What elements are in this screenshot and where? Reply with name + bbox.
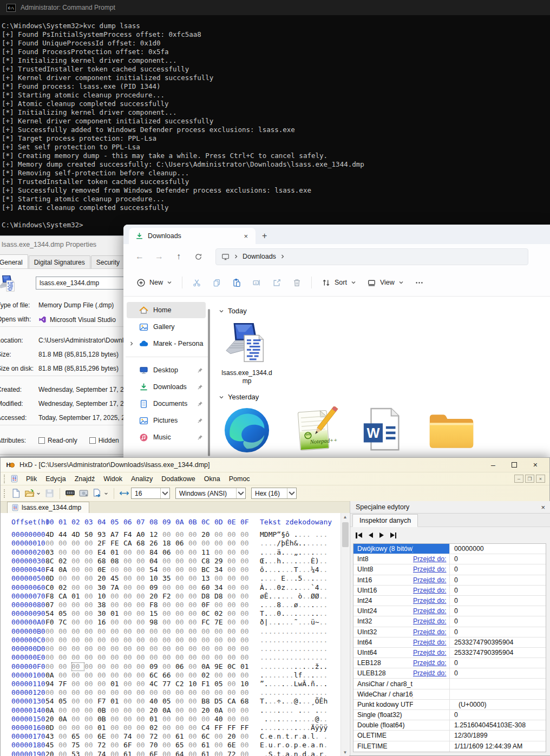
inspector-row-uint8[interactable]: UInt8Przejdź do:0 xyxy=(353,564,546,575)
mdi-restore-button[interactable]: ❐ xyxy=(525,475,534,483)
previous-byte-button[interactable] xyxy=(369,533,373,538)
hex-text[interactable]: .... E...5...... xyxy=(260,574,328,583)
hex-bytes[interactable]: 0A000000000000006C66000002000000 xyxy=(45,671,253,680)
up-button[interactable]: ↑ xyxy=(169,248,188,265)
hex-bytes[interactable]: 0700000038000000F80000000F000000 xyxy=(45,601,253,609)
inspector-row-uint64[interactable]: UInt64Przejdź do:2533274790395904 xyxy=(353,648,546,658)
ram-icon[interactable] xyxy=(65,488,75,498)
group-header-yesterday[interactable]: Yesterday xyxy=(219,393,550,401)
inspector-value[interactable]: 12/30/1899 xyxy=(449,731,546,740)
inspector-row-uint16[interactable]: UInt16Przejdź do:0 xyxy=(353,586,546,596)
encoding-select[interactable]: Windows (ANSI) xyxy=(175,488,246,499)
sidebar-item-music[interactable]: Music xyxy=(127,429,206,445)
goto-link[interactable]: Przejdź do: xyxy=(413,639,449,646)
export-icon[interactable] xyxy=(92,488,102,498)
hxd-file-tab[interactable]: lsass.exe_1344.dmp xyxy=(7,502,89,513)
tab-data-inspector[interactable]: Inspektor danych xyxy=(352,514,418,527)
hex-bytes[interactable]: 4500750072006F007000650061006E00 xyxy=(45,741,253,750)
hex-bytes[interactable]: 0D000000204500001035000013000000 xyxy=(45,574,253,583)
hex-row[interactable]: 00000060C0020000307A00000900000060340000… xyxy=(1,583,341,592)
menu-znajd[interactable]: Znajdź xyxy=(70,474,100,484)
inspector-row-uleb128[interactable]: ULEB128Przejdź do:0 xyxy=(353,668,546,679)
hex-text[interactable]: ................ xyxy=(260,627,328,636)
hex-row[interactable]: 000001400A0000000B000000200A0000200A0000… xyxy=(1,706,341,715)
sidebar-item-downloads[interactable]: Downloads xyxy=(127,379,206,395)
hex-row[interactable]: 0000013054050000F701000040050000B8D5CA68… xyxy=(1,697,341,706)
address-bar[interactable]: Downloads xyxy=(215,248,528,265)
open-file-icon[interactable] xyxy=(24,488,35,498)
inspector-value[interactable]: (U+0000) xyxy=(449,700,546,709)
hex-row[interactable]: 000001000A000000000000006C66000002000000… xyxy=(1,671,341,680)
inspector-value[interactable]: 0 xyxy=(449,564,546,574)
hex-text[interactable]: T...÷...@...¸ÕÊh xyxy=(260,697,328,706)
inspector-value[interactable]: 1.2516040454103E-308 xyxy=(449,720,546,730)
hex-bytes[interactable]: 03000000E40100008406000011000000 xyxy=(45,548,253,557)
goto-link[interactable]: Przejdź do: xyxy=(413,669,449,677)
minimize-button[interactable]: – xyxy=(491,461,495,469)
hex-text[interactable]: ....ä...„....... xyxy=(260,548,328,557)
hex-text[interactable]: ..../þÊh&....... xyxy=(260,539,328,548)
goto-link[interactable]: Przejdź do: xyxy=(413,597,449,604)
hex-row[interactable]: 000000F00000000000000000090006000A9E0C01… xyxy=(1,662,341,671)
hex-text[interactable]: .............ž.. xyxy=(260,662,328,671)
inspector-value[interactable]: 0 xyxy=(449,554,546,564)
tab-general[interactable]: General xyxy=(0,254,28,269)
hex-text[interactable]: ........ ... ... xyxy=(260,706,328,715)
file-tile[interactable]: W xyxy=(356,406,410,454)
sidebar-item-marek-persona[interactable]: Marek - Persona xyxy=(127,336,206,352)
menu-dodatkowe[interactable]: Dodatkowe xyxy=(157,474,200,484)
file-tile-lsass-exe-1344-dmp[interactable]: lsass.exe_1344.dmp xyxy=(220,320,274,385)
inspector-row-int16[interactable]: Int16Przejdź do:0 xyxy=(353,575,546,586)
copy-button[interactable] xyxy=(207,273,227,292)
hex-text[interactable]: E.u.r.o.p.e.a.n. xyxy=(260,741,328,750)
new-file-icon[interactable] xyxy=(11,488,21,498)
hex-bytes[interactable]: 200A00000B0000000100000000400000 xyxy=(45,715,253,724)
inspector-value[interactable]: 0 xyxy=(449,668,546,678)
menu-analizy[interactable]: Analizy xyxy=(127,474,157,484)
forward-button[interactable]: → xyxy=(149,248,169,265)
inspector-value[interactable]: 0 xyxy=(449,596,546,606)
hex-bytes[interactable]: 00000000000000000000000000000000 xyxy=(45,627,253,636)
hex-text[interactable]: .S.t.a.n.d.a.r. xyxy=(260,750,328,756)
file-tile[interactable]: Notepad++ xyxy=(288,406,342,454)
bytes-per-row-select[interactable]: 16 xyxy=(131,488,170,499)
hex-row[interactable]: 000000B000000000000000000000000000000000… xyxy=(1,627,341,636)
file-tile[interactable] xyxy=(424,406,479,454)
hex-bytes[interactable]: F40A00000E00000054000000BC340000 xyxy=(45,566,253,574)
delete-button[interactable] xyxy=(287,273,307,292)
first-byte-button[interactable] xyxy=(356,533,362,538)
hex-row[interactable]: 000000C000000000000000000000000000000000… xyxy=(1,636,341,645)
panel-close-icon[interactable]: × xyxy=(541,503,545,511)
goto-link[interactable]: Przejdź do: xyxy=(413,649,449,656)
hex-bytes[interactable]: 00000000000000000000000000000000 xyxy=(45,636,253,645)
hex-text[interactable]: ............@.. xyxy=(260,715,328,724)
hex-bytes[interactable]: 8C0200006808000004000000C8290000 xyxy=(45,557,253,566)
hex-text[interactable]: ............Äÿÿÿ xyxy=(260,724,328,732)
inspector-value[interactable]: 2533274790395904 xyxy=(449,648,546,658)
hex-text[interactable]: T...0........... xyxy=(260,609,328,618)
hex-row[interactable]: 000000800700000038000000F80000000F000000… xyxy=(1,601,341,609)
inspector-row-punkt-kodowy-utf-8[interactable]: Punkt kodowy UTF-8(U+0000) xyxy=(353,700,546,710)
hex-text[interactable]: MDMP“§ô .... ... xyxy=(260,530,328,539)
inspector-row-int64[interactable]: Int64Przejdź do:2533274790395904 xyxy=(353,637,546,648)
goto-link[interactable]: Przejdź do: xyxy=(413,587,449,594)
hex-row[interactable]: 000000905405000030010000150000000C020000… xyxy=(1,609,341,618)
hex-bytes[interactable]: C0020000307A00000900000060340000 xyxy=(45,583,253,592)
inspector-value[interactable]: 0 xyxy=(449,586,546,595)
goto-link[interactable]: Przejdź do: xyxy=(413,659,449,667)
goto-link[interactable]: Przejdź do: xyxy=(413,555,449,563)
scroll-up-icon[interactable]: ▲ xyxy=(341,513,349,521)
disk-icon[interactable] xyxy=(78,488,89,498)
inspector-value[interactable]: 0 xyxy=(449,710,546,720)
hex-text[interactable]: ................ xyxy=(260,645,328,653)
checkbox-icon[interactable] xyxy=(38,437,45,444)
hex-row[interactable]: 000000308C0200006808000004000000C8290000… xyxy=(1,557,341,566)
view-button[interactable]: View xyxy=(362,273,409,292)
hex-text[interactable]: øÊ...... ò..ØØ.. xyxy=(260,592,328,601)
inspector-value[interactable]: 00000000 xyxy=(449,544,546,554)
tab-digital-signatures[interactable]: Digital Signatures xyxy=(29,255,90,270)
hex-bytes[interactable]: 00000000000000000000000000000000 xyxy=(45,653,253,662)
inspector-row-ansichar-char8-t[interactable]: AnsiChar / char8_t xyxy=(353,679,546,689)
inspector-row-uint24[interactable]: UInt24Przejdź do:0 xyxy=(353,606,546,616)
sidebar-item-gallery[interactable]: Gallery xyxy=(127,319,206,335)
